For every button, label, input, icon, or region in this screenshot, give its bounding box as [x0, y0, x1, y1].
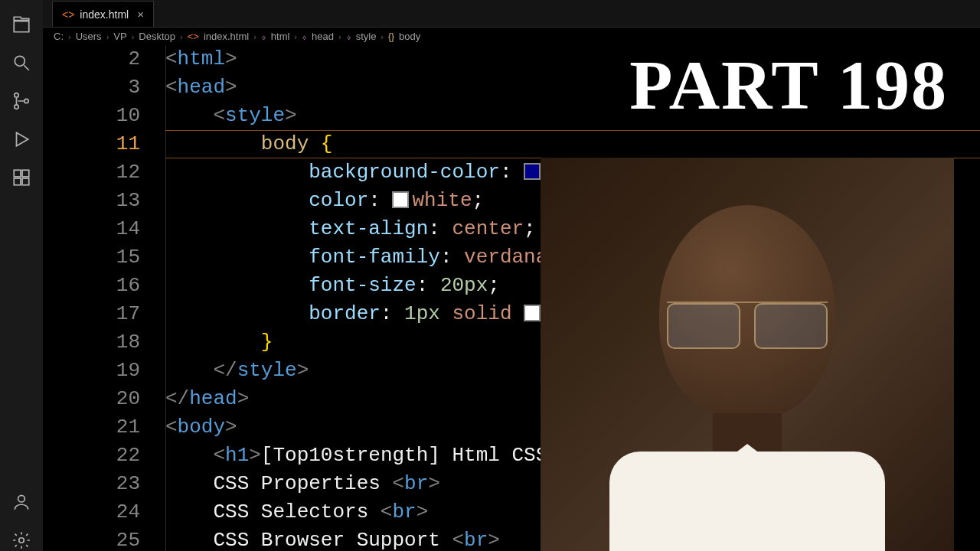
- line-number: 19: [43, 357, 140, 385]
- symbol-icon: ⬨: [302, 31, 307, 42]
- symbol-icon: ⬨: [346, 31, 351, 42]
- breadcrumb-part[interactable]: Users: [76, 31, 102, 42]
- line-number: 20: [43, 385, 140, 413]
- run-debug-icon[interactable]: [11, 129, 32, 150]
- svg-rect-6: [14, 178, 21, 185]
- line-number: 23: [43, 470, 140, 498]
- svg-point-0: [15, 56, 24, 66]
- symbol-icon: ⬨: [261, 31, 266, 42]
- line-number: 16: [43, 272, 140, 300]
- source-control-icon[interactable]: [11, 90, 32, 112]
- close-icon[interactable]: ×: [137, 8, 144, 21]
- line-number: 18: [43, 328, 140, 357]
- account-icon[interactable]: [11, 491, 32, 513]
- color-swatch-white: [524, 305, 541, 321]
- line-number: 3: [43, 73, 140, 102]
- svg-rect-7: [22, 178, 29, 185]
- color-swatch-darkblue: [524, 163, 541, 180]
- tab-index-html[interactable]: <> index.html ×: [52, 1, 154, 27]
- line-number: 15: [43, 243, 140, 272]
- svg-rect-5: [22, 170, 29, 177]
- line-number: 10: [43, 102, 140, 130]
- breadcrumb-symbol[interactable]: html: [271, 31, 290, 42]
- breadcrumb[interactable]: C:› Users› VP› Desktop› <> index.html› ⬨…: [43, 28, 980, 45]
- gutter: 2 3 10 11 12 13 14 15 16 17 18 19 20 21 …: [43, 45, 162, 551]
- breadcrumb-symbol[interactable]: head: [312, 31, 334, 42]
- svg-point-2: [15, 105, 18, 109]
- settings-gear-icon[interactable]: [11, 530, 32, 551]
- line-number: 13: [43, 187, 140, 215]
- breadcrumb-part[interactable]: C:: [54, 31, 64, 42]
- explorer-icon[interactable]: [11, 14, 32, 35]
- breadcrumb-symbol[interactable]: style: [356, 31, 377, 42]
- line-number: 11: [43, 130, 140, 158]
- svg-point-8: [18, 495, 25, 502]
- svg-point-9: [19, 538, 24, 543]
- tab-bar: <> index.html ×: [43, 0, 980, 28]
- line-number: 22: [43, 442, 140, 470]
- breadcrumb-file[interactable]: index.html: [204, 31, 249, 42]
- breadcrumb-part[interactable]: Desktop: [139, 31, 175, 42]
- tab-filename: index.html: [80, 8, 129, 21]
- line-number: 12: [43, 158, 140, 187]
- activity-bar: [0, 0, 43, 551]
- overlay-part-title: PART 198: [629, 44, 948, 126]
- line-number: 2: [43, 45, 140, 73]
- color-swatch-white: [392, 191, 409, 208]
- search-icon[interactable]: [11, 52, 32, 73]
- html-file-icon: <>: [188, 31, 199, 42]
- breadcrumb-symbol[interactable]: body: [399, 31, 420, 42]
- html-file-icon: <>: [62, 8, 74, 21]
- presenter-portrait: [541, 158, 954, 551]
- line-number: 24: [43, 498, 140, 527]
- svg-point-1: [15, 93, 18, 97]
- line-number: 21: [43, 413, 140, 442]
- line-number: 14: [43, 215, 140, 243]
- line-number: 17: [43, 300, 140, 328]
- svg-point-3: [24, 99, 28, 103]
- line-number: 25: [43, 527, 140, 551]
- symbol-icon: {}: [388, 31, 394, 42]
- svg-rect-4: [14, 170, 21, 177]
- breadcrumb-part[interactable]: VP: [113, 31, 126, 42]
- extensions-icon[interactable]: [11, 167, 32, 188]
